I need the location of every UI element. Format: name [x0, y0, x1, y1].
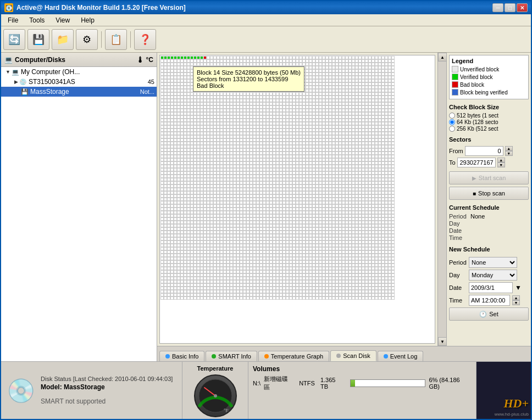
- from-spin-down[interactable]: ▼: [505, 151, 513, 156]
- tab-dot-temp: [264, 354, 269, 359]
- new-time-input[interactable]: [469, 295, 510, 306]
- scroll-down-button[interactable]: ▼: [438, 337, 447, 346]
- schedule-day-row: Day: [449, 220, 529, 227]
- brand-url: www.hd-plus.club: [495, 412, 529, 417]
- tab-basic-info[interactable]: Basic Info: [159, 351, 204, 361]
- tab-smart-info[interactable]: SMART Info: [206, 351, 257, 361]
- status-info: Disk Status [Last Checked: 2010-06-01 09…: [41, 376, 173, 405]
- from-label: From: [449, 148, 463, 154]
- app-icon: 💽: [4, 3, 13, 12]
- time-spin-down[interactable]: ▼: [512, 300, 520, 305]
- tab-dot-event: [384, 354, 388, 359]
- scan-area: Block 14 Size 52428800 bytes (50 Mb) Sec…: [157, 53, 531, 346]
- check-block-options: 512 bytes (1 sect 64 Kb (128 secto 256 K…: [449, 113, 529, 132]
- add-disk-button[interactable]: 💾: [27, 29, 49, 50]
- sector-from-field: From ▲ ▼: [449, 146, 529, 156]
- tab-event-log[interactable]: Event Log: [378, 351, 424, 361]
- legend-label-being-verified: Block being verified: [460, 89, 508, 96]
- sectors-section: From ▲ ▼ To ▲ ▼: [449, 146, 529, 169]
- to-spinner: ▲ ▼: [497, 158, 505, 167]
- schedule-button[interactable]: 📋: [105, 29, 127, 50]
- status-left: 💿 Disk Status [Last Checked: 2010-06-01 …: [1, 362, 182, 419]
- new-period-select[interactable]: None Daily Weekly Monthly: [469, 257, 517, 268]
- panel-header-label: Computer/Disks: [15, 56, 65, 64]
- new-day-label: Day: [449, 272, 467, 278]
- tree-item-computer[interactable]: ▼ 💻 My Computer (OH...: [1, 67, 157, 77]
- tree-item-volume[interactable]: 💾 MassStorage Not...: [1, 87, 157, 97]
- new-date-input[interactable]: [469, 282, 513, 293]
- close-button[interactable]: ✕: [517, 3, 528, 12]
- volume-label: MassStorage: [30, 88, 69, 96]
- new-period-label: Period: [449, 259, 467, 266]
- maximize-button[interactable]: □: [505, 3, 516, 12]
- help-button[interactable]: ❓: [134, 29, 156, 50]
- toolbar-separator2: [130, 31, 131, 48]
- menu-view[interactable]: View: [51, 15, 74, 25]
- legend-section: Legend Unverified block Verified block B…: [449, 55, 529, 99]
- to-spin-up[interactable]: ▲: [497, 158, 505, 163]
- legend-color-being-verified: [452, 89, 458, 96]
- tab-event-label: Event Log: [390, 353, 418, 360]
- window-controls: ─ □ ✕: [492, 3, 528, 12]
- period-label: Period: [449, 213, 468, 220]
- panel-header-icons: 🌡 °C: [136, 55, 153, 64]
- status-temperature: Temperature: [182, 362, 248, 419]
- vol-drive: N:\: [253, 380, 261, 387]
- remove-disk-button[interactable]: 📁: [52, 29, 74, 50]
- svg-point-3: [214, 394, 217, 397]
- tab-dot-basic: [165, 354, 170, 359]
- legend-label-bad: Bad block: [460, 82, 484, 88]
- scan-map[interactable]: Block 14 Size 52428800 bytes (50 Mb) Sec…: [159, 55, 435, 344]
- tab-bar: Basic Info SMART Info Temperature Graph …: [157, 346, 531, 361]
- volume-value: Not...: [140, 88, 154, 95]
- tree-item-disk[interactable]: ▶ 💿 ST31500341AS 45: [1, 77, 157, 87]
- period-value: None: [470, 213, 485, 220]
- radio-256k[interactable]: 256 Kb (512 sect: [449, 126, 529, 132]
- new-date-label: Date: [449, 284, 467, 291]
- menu-help[interactable]: Help: [76, 15, 99, 25]
- to-input[interactable]: [457, 158, 496, 167]
- svg-text:°F: °F: [224, 408, 229, 413]
- menu-bar: File Tools View Help: [1, 14, 531, 26]
- schedule-period-row: Period None: [449, 213, 529, 220]
- new-sched-date-row: Date ▼: [449, 282, 529, 293]
- scan-map-container: Block 14 Size 52428800 bytes (50 Mb) Sec…: [157, 53, 437, 346]
- left-panel: 💻 Computer/Disks 🌡 °C ▼ 💻 My Computer (O…: [1, 53, 157, 361]
- set-schedule-button[interactable]: 🕐 Set: [449, 307, 529, 321]
- from-input[interactable]: [465, 146, 503, 156]
- menu-file[interactable]: File: [3, 15, 23, 25]
- start-scan-button[interactable]: ▶ Start scan: [449, 171, 529, 184]
- stop-scan-icon: ■: [473, 191, 476, 197]
- toolbar-separator: [101, 31, 102, 48]
- computer-label: My Computer (OH...: [21, 68, 80, 76]
- tab-temperature-graph[interactable]: Temperature Graph: [258, 351, 329, 361]
- tab-scan-disk[interactable]: Scan Disk: [330, 350, 376, 361]
- radio-64k[interactable]: 64 Kb (128 secto: [449, 119, 529, 125]
- scroll-up-button[interactable]: ▲: [438, 53, 447, 61]
- new-sched-time-row: Time ▲ ▼: [449, 295, 529, 306]
- new-sched-day-row: Day Monday Tuesday Wednesday Thursday Fr…: [449, 270, 529, 281]
- time-spin-up[interactable]: ▲: [512, 295, 520, 300]
- settings-button[interactable]: ⚙: [76, 29, 98, 50]
- to-spin-down[interactable]: ▼: [497, 163, 505, 167]
- new-day-select[interactable]: Monday Tuesday Wednesday Thursday Friday…: [469, 270, 517, 281]
- vol-size: 1.365 TB: [320, 377, 345, 390]
- menu-tools[interactable]: Tools: [25, 15, 49, 25]
- legend-color-verified: [452, 74, 458, 80]
- from-spin-up[interactable]: ▲: [505, 146, 513, 151]
- minimize-button[interactable]: ─: [492, 3, 503, 12]
- volumes-header: Volumes: [253, 365, 472, 373]
- current-schedule-label: Current Schedule: [449, 204, 529, 211]
- scroll-track[interactable]: [438, 61, 446, 337]
- stop-scan-button[interactable]: ■ Stop scan: [449, 187, 529, 200]
- vol-fs: NTFS: [299, 380, 315, 387]
- tab-temp-label: Temperature Graph: [271, 353, 323, 360]
- legend-color-bad: [452, 81, 458, 88]
- refresh-button[interactable]: 🔄: [3, 29, 25, 50]
- new-sched-period-row: Period None Daily Weekly Monthly: [449, 257, 529, 268]
- model-text: Model: MassStorage: [41, 383, 173, 391]
- to-label: To: [449, 159, 456, 166]
- radio-512[interactable]: 512 bytes (1 sect: [449, 113, 529, 119]
- main-area: 💻 Computer/Disks 🌡 °C ▼ 💻 My Computer (O…: [1, 53, 531, 361]
- brand-logo: HD+: [503, 396, 529, 411]
